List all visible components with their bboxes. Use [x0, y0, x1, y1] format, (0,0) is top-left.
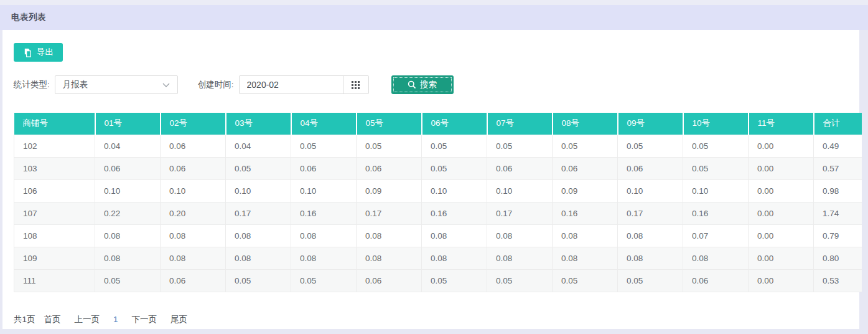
cell-value: 0.08	[618, 247, 683, 269]
chevron-down-icon	[162, 83, 170, 87]
column-header-9: 09号	[618, 113, 683, 135]
cell-value: 0.08	[226, 224, 291, 247]
cell-value: 0.06	[357, 157, 422, 179]
cell-value: 0.09	[357, 179, 422, 202]
stat-type-select[interactable]: 月报表	[55, 75, 178, 94]
date-picker-button[interactable]	[343, 76, 368, 93]
cell-value: 0.08	[95, 247, 161, 269]
cell-value: 0.06	[553, 157, 618, 179]
cell-value: 0.08	[487, 247, 553, 269]
table-row: 1030.060.060.050.060.060.050.060.060.060…	[14, 157, 862, 179]
table-row: 1090.080.080.080.080.080.080.080.080.080…	[14, 247, 862, 269]
cell-value: 0.00	[749, 202, 814, 224]
cell-total: 0.49	[814, 135, 862, 157]
meter-table: 商铺号01号02号03号04号05号06号07号08号09号10号11号合计 1…	[14, 113, 862, 292]
create-time-input[interactable]	[240, 76, 343, 93]
top-strip	[0, 0, 868, 5]
next-page-link[interactable]: 下一页	[132, 314, 157, 325]
cell-value: 0.08	[683, 247, 749, 269]
table-body: 1020.040.060.040.050.050.050.050.050.050…	[14, 135, 862, 292]
cell-value: 0.08	[291, 247, 357, 269]
cell-value: 0.05	[683, 157, 749, 179]
cell-value: 0.05	[226, 269, 291, 292]
cell-value: 0.17	[618, 202, 683, 224]
cell-total: 0.57	[814, 157, 862, 179]
search-icon	[408, 80, 416, 89]
create-time-label: 创建时间:	[198, 79, 234, 90]
cell-value: 0.08	[161, 224, 226, 247]
column-header-4: 04号	[291, 113, 357, 135]
cell-value: 0.09	[553, 179, 618, 202]
cell-value: 0.05	[422, 135, 487, 157]
cell-value: 0.10	[95, 179, 161, 202]
table-row: 1020.040.060.040.050.050.050.050.050.050…	[14, 135, 862, 157]
cell-value: 0.05	[618, 135, 683, 157]
cell-value: 0.10	[226, 179, 291, 202]
search-button[interactable]: 搜索	[391, 75, 454, 94]
cell-value: 0.08	[291, 224, 357, 247]
cell-value: 0.04	[95, 135, 161, 157]
cell-value: 0.10	[487, 179, 553, 202]
cell-value: 0.05	[553, 135, 618, 157]
cell-value: 0.00	[749, 179, 814, 202]
cell-value: 0.10	[618, 179, 683, 202]
column-header-10: 10号	[683, 113, 749, 135]
cell-value: 0.16	[683, 202, 749, 224]
cell-value: 0.08	[422, 224, 487, 247]
cell-value: 0.05	[487, 269, 553, 292]
column-header-6: 06号	[422, 113, 487, 135]
column-header-12: 合计	[814, 113, 862, 135]
cell-value: 0.08	[226, 247, 291, 269]
cell-shop-number: 111	[14, 269, 95, 292]
cell-value: 0.17	[487, 202, 553, 224]
page-title: 电表列表	[11, 12, 46, 23]
cell-value: 0.06	[161, 157, 226, 179]
page-count-label: 共1页	[14, 314, 35, 325]
cell-value: 0.08	[161, 247, 226, 269]
cell-shop-number: 109	[14, 247, 95, 269]
cell-value: 0.16	[422, 202, 487, 224]
cell-shop-number: 102	[14, 135, 95, 157]
cell-value: 0.05	[357, 135, 422, 157]
stat-type-value: 月报表	[63, 79, 88, 90]
copy-export-icon	[23, 48, 32, 57]
current-page-link[interactable]: 1	[113, 315, 118, 324]
cell-shop-number: 106	[14, 179, 95, 202]
cell-shop-number: 107	[14, 202, 95, 224]
stat-type-label: 统计类型:	[14, 79, 50, 90]
cell-total: 0.98	[814, 179, 862, 202]
export-button[interactable]: 导出	[14, 43, 63, 62]
cell-value: 0.08	[95, 224, 161, 247]
cell-value: 0.05	[618, 269, 683, 292]
create-time-group	[239, 75, 369, 94]
cell-value: 0.08	[553, 224, 618, 247]
cell-value: 0.08	[357, 247, 422, 269]
cell-value: 0.22	[95, 202, 161, 224]
first-page-link[interactable]: 首页	[44, 314, 61, 325]
last-page-link[interactable]: 尾页	[170, 314, 187, 325]
cell-value: 0.17	[226, 202, 291, 224]
cell-value: 0.08	[487, 224, 553, 247]
cell-value: 0.08	[357, 224, 422, 247]
cell-value: 0.05	[95, 269, 161, 292]
cell-value: 0.16	[291, 202, 357, 224]
table-row: 1080.080.080.080.080.080.080.080.080.080…	[14, 224, 862, 247]
cell-value: 0.08	[553, 247, 618, 269]
cell-shop-number: 103	[14, 157, 95, 179]
calendar-grid-icon	[352, 81, 360, 89]
cell-value: 0.05	[291, 269, 357, 292]
export-button-label: 导出	[37, 47, 54, 58]
prev-page-link[interactable]: 上一页	[75, 314, 100, 325]
cell-value: 0.04	[226, 135, 291, 157]
cell-value: 0.00	[749, 224, 814, 247]
cell-value: 0.10	[161, 179, 226, 202]
cell-value: 0.05	[422, 269, 487, 292]
page: 电表列表 导出 统计类型: 月报表 创建时间:	[0, 0, 868, 334]
cell-value: 0.00	[749, 247, 814, 269]
cell-value: 0.10	[422, 179, 487, 202]
cell-value: 0.10	[291, 179, 357, 202]
cell-value: 0.05	[226, 157, 291, 179]
table-row: 1110.050.060.050.050.060.050.050.050.050…	[14, 269, 862, 292]
cell-value: 0.06	[683, 269, 749, 292]
cell-value: 0.05	[553, 269, 618, 292]
